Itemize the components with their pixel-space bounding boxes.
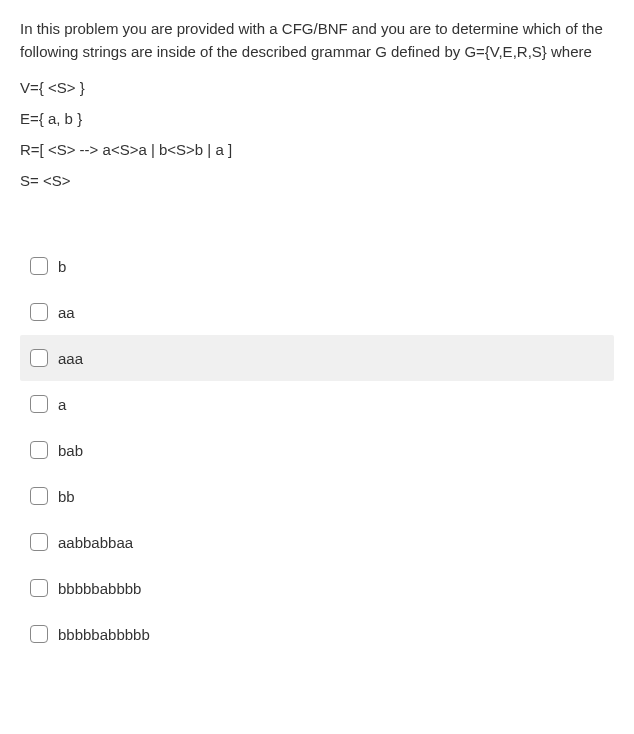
grammar-r: R=[ <S> --> a<S>a | b<S>b | a ] xyxy=(20,141,614,158)
option-label: b xyxy=(58,258,66,275)
option-label: aabbabbaa xyxy=(58,534,133,551)
option-checkbox[interactable] xyxy=(30,303,48,321)
spacer xyxy=(20,203,614,243)
option-checkbox[interactable] xyxy=(30,487,48,505)
option-label: a xyxy=(58,396,66,413)
option-row: aa xyxy=(20,289,614,335)
grammar-s: S= <S> xyxy=(20,172,614,189)
option-checkbox[interactable] xyxy=(30,533,48,551)
option-row: aaa xyxy=(20,335,614,381)
option-checkbox[interactable] xyxy=(30,625,48,643)
option-label: bb xyxy=(58,488,75,505)
options-list: b aa aaa a bab bb aabbabbaa bbbbbabbbb b… xyxy=(20,243,614,657)
option-row: a xyxy=(20,381,614,427)
option-label: aa xyxy=(58,304,75,321)
option-checkbox[interactable] xyxy=(30,579,48,597)
option-row: aabbabbaa xyxy=(20,519,614,565)
option-label: bab xyxy=(58,442,83,459)
option-row: bbbbbabbbb xyxy=(20,565,614,611)
grammar-e: E={ a, b } xyxy=(20,110,614,127)
option-checkbox[interactable] xyxy=(30,395,48,413)
option-row: bbbbbabbbbb xyxy=(20,611,614,657)
grammar-v: V={ <S> } xyxy=(20,79,614,96)
option-row: bab xyxy=(20,427,614,473)
option-checkbox[interactable] xyxy=(30,349,48,367)
option-label: bbbbbabbbbb xyxy=(58,626,150,643)
option-row: bb xyxy=(20,473,614,519)
option-label: aaa xyxy=(58,350,83,367)
option-checkbox[interactable] xyxy=(30,441,48,459)
option-row: b xyxy=(20,243,614,289)
option-label: bbbbbabbbb xyxy=(58,580,141,597)
question-intro: In this problem you are provided with a … xyxy=(20,18,614,63)
option-checkbox[interactable] xyxy=(30,257,48,275)
